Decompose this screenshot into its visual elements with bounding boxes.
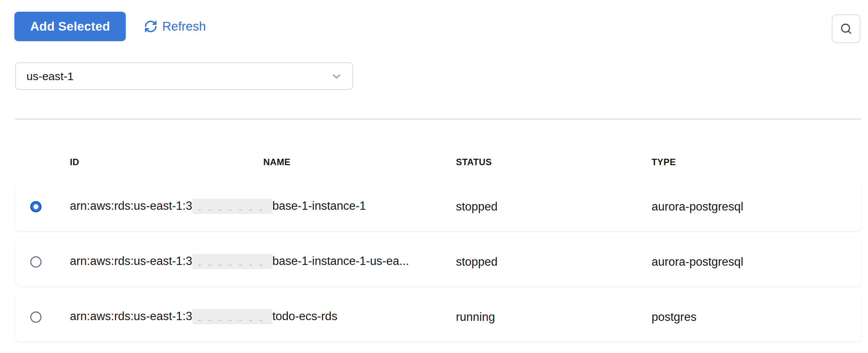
add-selected-button[interactable]: Add Selected (14, 12, 126, 41)
instance-id-cell: arn:aws:rds:us-east-1:3todo-ecs-rds (70, 309, 456, 325)
table-header: ID NAME STATUS TYPE (15, 156, 861, 169)
radio-cell (15, 201, 70, 212)
column-header-id: ID (70, 157, 263, 167)
toolbar: Add Selected Refresh (14, 12, 206, 41)
status-cell: stopped (456, 200, 652, 214)
radio-button[interactable] (30, 201, 42, 212)
redacted-text (192, 199, 272, 214)
type-cell: postgres (652, 310, 861, 324)
refresh-label: Refresh (162, 19, 206, 34)
redacted-text (192, 254, 272, 269)
divider (15, 119, 861, 119)
radio-cell (15, 256, 70, 268)
table-row[interactable]: arn:aws:rds:us-east-1:3base-1-instance-1… (15, 237, 861, 286)
instance-id-suffix: todo-ecs-rds (272, 310, 337, 323)
status-cell: stopped (456, 255, 652, 269)
radio-button[interactable] (30, 311, 42, 323)
instance-id-prefix: arn:aws:rds:us-east-1:3 (70, 310, 192, 323)
redacted-text (192, 309, 272, 324)
instance-id-cell: arn:aws:rds:us-east-1:3base-1-instance-1… (70, 254, 456, 270)
column-header-name: NAME (263, 157, 456, 167)
type-cell: aurora-postgresql (652, 255, 861, 269)
region-select-value: us-east-1 (26, 70, 74, 83)
refresh-button[interactable]: Refresh (144, 19, 206, 34)
type-cell: aurora-postgresql (652, 200, 861, 214)
search-icon (839, 22, 853, 36)
instance-id-suffix: base-1-instance-1-us-ea... (272, 254, 409, 268)
column-header-type: TYPE (652, 157, 861, 167)
region-select[interactable]: us-east-1 (15, 62, 353, 90)
instance-table: ID NAME STATUS TYPE arn:aws:rds:us-east-… (15, 156, 861, 348)
refresh-icon (144, 20, 158, 33)
instance-id-prefix: arn:aws:rds:us-east-1:3 (70, 199, 192, 212)
instance-id-suffix: base-1-instance-1 (272, 199, 366, 212)
radio-button[interactable] (30, 256, 42, 268)
status-cell: running (456, 310, 652, 324)
instance-id-cell: arn:aws:rds:us-east-1:3base-1-instance-1 (70, 199, 456, 215)
radio-cell (15, 311, 70, 323)
search-button[interactable] (832, 14, 860, 43)
table-row[interactable]: arn:aws:rds:us-east-1:3base-1-instance-1… (15, 182, 861, 231)
instance-id-prefix: arn:aws:rds:us-east-1:3 (70, 254, 192, 268)
table-row[interactable]: arn:aws:rds:us-east-1:3todo-ecs-rds runn… (15, 293, 861, 342)
chevron-down-icon (331, 70, 343, 82)
column-header-status: STATUS (456, 157, 652, 167)
